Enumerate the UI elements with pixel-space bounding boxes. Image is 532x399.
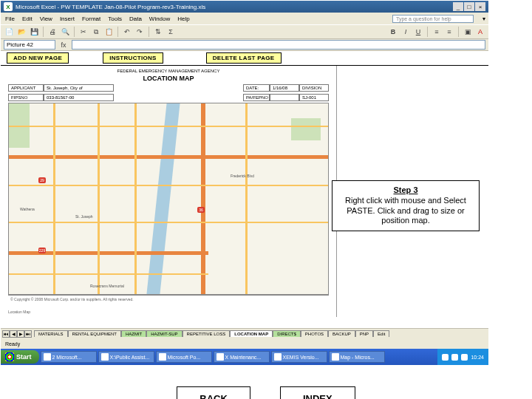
print-icon[interactable]: 🖨 bbox=[47, 27, 58, 37]
formula-bar: Picture 42 fx bbox=[1, 39, 488, 51]
menu-view[interactable]: View bbox=[40, 16, 52, 22]
value-applicant: St. Joseph, City of bbox=[44, 84, 114, 92]
name-box[interactable]: Picture 42 bbox=[4, 40, 55, 50]
taskbar-item[interactable]: 2 Microsoft... bbox=[41, 351, 97, 363]
formula-input[interactable] bbox=[72, 40, 485, 50]
sort-icon[interactable]: ⇅ bbox=[153, 27, 163, 37]
doc-title: LOCATION MAP bbox=[8, 75, 329, 82]
sheet-tabs: ⏮ ◀ ▶ ⏭ MATERIALS RENTAL EQUIPMENT HAZMI… bbox=[1, 328, 488, 338]
volume-icon[interactable] bbox=[461, 354, 468, 361]
help-search-input[interactable]: Type a question for help bbox=[392, 15, 474, 23]
windows-logo-icon bbox=[5, 352, 14, 361]
tab-photos[interactable]: PHOTOS bbox=[301, 330, 328, 337]
taskbar-item[interactable]: Microsoft Po... bbox=[156, 351, 212, 363]
menu-tools[interactable]: Tools bbox=[108, 16, 122, 22]
redo-icon[interactable]: ↷ bbox=[134, 27, 145, 37]
back-button[interactable]: BACK bbox=[177, 386, 250, 399]
app-icon bbox=[332, 353, 339, 361]
tab-hazmit-sup[interactable]: HAZMIT-SUP bbox=[146, 330, 182, 337]
tray-icon[interactable] bbox=[451, 354, 458, 361]
delete-last-page-button[interactable]: DELETE LAST PAGE bbox=[206, 52, 282, 64]
map-image[interactable]: 29 36 229 St. Joseph Frederick Blvd Wath… bbox=[8, 103, 329, 295]
open-icon[interactable]: 📂 bbox=[16, 27, 27, 37]
taskbar-item[interactable]: X:\Public Assist... bbox=[98, 351, 154, 363]
copy-icon[interactable]: ⧉ bbox=[91, 27, 101, 37]
app-icon bbox=[159, 353, 166, 361]
new-icon[interactable]: 📄 bbox=[4, 27, 14, 37]
status-text: Ready bbox=[5, 341, 20, 347]
fx-icon[interactable]: fx bbox=[58, 40, 69, 50]
tab-repetitive-loss[interactable]: REPETITIVE LOSS bbox=[183, 330, 231, 337]
menu-window[interactable]: Window bbox=[149, 16, 170, 22]
tab-edit[interactable]: Edit bbox=[373, 330, 389, 337]
value-pwno bbox=[270, 94, 299, 101]
tab-direct[interactable]: DIRECT$ bbox=[273, 330, 301, 337]
tab-first-icon[interactable]: ⏮ bbox=[2, 330, 10, 338]
instructions-button[interactable]: INSTRUCTIONS bbox=[103, 52, 163, 64]
map-city-label: St. Joseph bbox=[75, 214, 93, 219]
align-left-icon[interactable]: ≡ bbox=[432, 27, 442, 37]
help-dropdown-icon[interactable]: ▾ bbox=[482, 16, 485, 22]
menu-insert[interactable]: Insert bbox=[60, 16, 75, 22]
menu-format[interactable]: Format bbox=[82, 16, 100, 22]
label-date: DATE: bbox=[243, 84, 270, 92]
taskbar-item[interactable]: Map - Micros... bbox=[329, 351, 385, 363]
system-tray[interactable]: 10:24 bbox=[437, 349, 488, 365]
paste-icon[interactable]: 📋 bbox=[103, 27, 114, 37]
add-new-page-button[interactable]: ADD NEW PAGE bbox=[7, 52, 69, 64]
instruction-callout: Step 3 Right click with mouse and Select… bbox=[332, 180, 480, 231]
taskbar-item[interactable]: X Maintenanc... bbox=[214, 351, 270, 363]
map-label: Frederick Blvd bbox=[231, 174, 254, 178]
preview-icon[interactable]: 🔍 bbox=[60, 27, 70, 37]
tab-prev-icon[interactable]: ◀ bbox=[10, 330, 17, 338]
titlebar: X Microsoft Excel - PW TEMPLATE Jan-08-P… bbox=[1, 1, 488, 13]
tab-backup[interactable]: BACKUP bbox=[328, 330, 355, 337]
toolbar: 📄 📂 💾 🖨 🔍 ✂ ⧉ 📋 ↶ ↷ ⇅ Σ B I U ≡ ≡ ▣ A bbox=[1, 24, 488, 39]
slide-nav: BACK INDEX bbox=[0, 386, 532, 399]
label-division: DIVISION bbox=[299, 84, 329, 92]
tray-icon[interactable] bbox=[442, 354, 449, 361]
close-button[interactable]: × bbox=[475, 2, 485, 11]
map-caption: Location Map bbox=[8, 310, 329, 314]
tab-last-icon[interactable]: ⏭ bbox=[24, 330, 32, 338]
tab-hazmit[interactable]: HAZMIT bbox=[121, 330, 146, 337]
menu-edit[interactable]: Edit bbox=[22, 16, 33, 22]
worksheet: ADD NEW PAGE INSTRUCTIONS DELETE LAST PA… bbox=[1, 51, 488, 328]
restore-button[interactable]: □ bbox=[464, 2, 474, 11]
value-sj: SJ-001 bbox=[299, 94, 329, 101]
tab-pnp[interactable]: PNP bbox=[355, 330, 373, 337]
start-button[interactable]: Start bbox=[1, 350, 39, 364]
label-applicant: APPLICANT bbox=[8, 84, 44, 92]
font-color-icon[interactable]: A bbox=[475, 27, 485, 37]
taskbar-item[interactable]: XEMIS Versio... bbox=[271, 351, 327, 363]
index-button[interactable]: INDEX bbox=[280, 386, 355, 399]
menu-file[interactable]: File bbox=[5, 16, 15, 22]
tab-location-map[interactable]: LOCATION MAP bbox=[230, 330, 273, 337]
menu-data[interactable]: Data bbox=[129, 16, 142, 22]
label-pwno: PA/FEPNO bbox=[243, 94, 270, 101]
menu-help[interactable]: Help bbox=[177, 16, 189, 22]
hwy-shield-icon: 36 bbox=[197, 207, 205, 213]
undo-icon[interactable]: ↶ bbox=[122, 27, 132, 37]
app-icon bbox=[216, 353, 224, 361]
tab-next-icon[interactable]: ▶ bbox=[17, 330, 24, 338]
align-center-icon[interactable]: ≡ bbox=[444, 27, 454, 37]
italic-icon[interactable]: I bbox=[400, 27, 411, 37]
doc-agency: FEDERAL EMERGENCY MANAGEMENT AGENCY bbox=[8, 69, 329, 73]
folder-icon bbox=[101, 353, 109, 361]
map-label: Wathena bbox=[20, 207, 35, 211]
windows-taskbar: Start 2 Microsoft... X:\Public Assist...… bbox=[1, 349, 488, 365]
save-icon[interactable]: 💾 bbox=[29, 27, 39, 37]
sum-icon[interactable]: Σ bbox=[166, 27, 176, 37]
tab-materials[interactable]: MATERIALS bbox=[34, 330, 68, 337]
cut-icon[interactable]: ✂ bbox=[78, 27, 89, 37]
excel-icon: X bbox=[4, 2, 13, 11]
separator bbox=[43, 27, 44, 37]
value-fipsno: 033-81567-00 bbox=[44, 94, 114, 101]
bold-icon[interactable]: B bbox=[388, 27, 398, 37]
fill-color-icon[interactable]: ▣ bbox=[463, 27, 473, 37]
label-fipsno: FIPSNO bbox=[8, 94, 44, 101]
underline-icon[interactable]: U bbox=[413, 27, 423, 37]
tab-rental-equipment[interactable]: RENTAL EQUIPMENT bbox=[68, 330, 121, 337]
minimize-button[interactable]: _ bbox=[453, 2, 463, 11]
